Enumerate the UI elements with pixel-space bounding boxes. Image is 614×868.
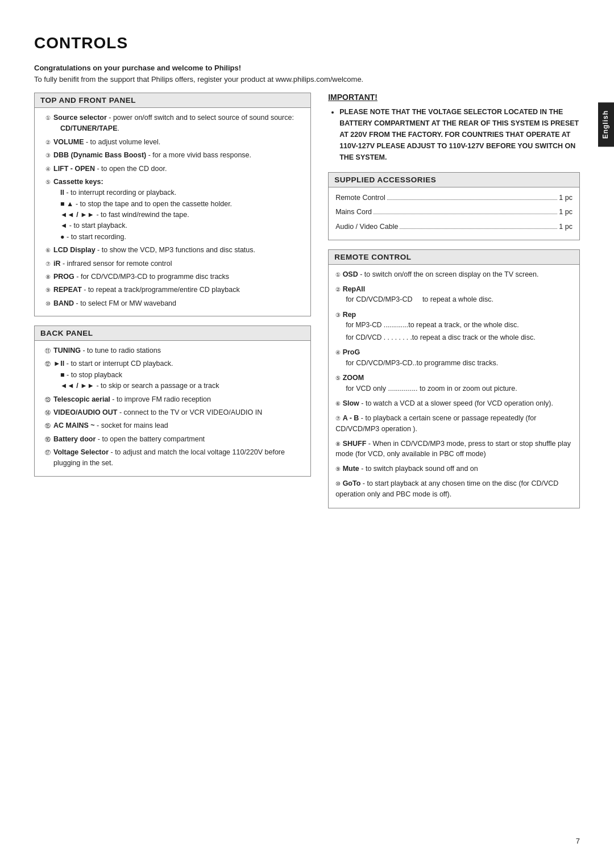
supplied-accessories-body: Remote Control 1 pc Mains Cord 1 pc Audi… [329, 187, 579, 240]
list-item: ⑯ Battery door - to open the battery com… [42, 434, 304, 445]
list-item: Remote Control 1 pc [335, 192, 572, 204]
list-item: Mains Cord 1 pc [335, 206, 572, 218]
list-item: ③ Rep for MP3-CD ............. to repeat… [335, 310, 572, 344]
accessories-list: Remote Control 1 pc Mains Cord 1 pc Audi… [335, 192, 572, 233]
list-item: ⑧ PROG - for CD/VCD/MP3-CD to programme … [42, 272, 304, 282]
list-item: Audio / Video Cable 1 pc [335, 221, 572, 233]
remote-control-body: ① OSD - to switch on/off the on screen d… [329, 265, 579, 508]
remote-control-header: REMOTE CONTROL [329, 250, 579, 265]
language-label: English [601, 110, 609, 139]
list-item: ⑦ iR - infrared sensor for remote contro… [42, 258, 304, 269]
list-item: ⑤ Cassette keys: II - to interrupt recor… [42, 177, 304, 243]
list-item: ⑰ Voltage Selector - to adjust and match… [42, 447, 304, 469]
list-item: ⑪ TUNING - to tune to radio stations [42, 345, 304, 356]
list-item: ⑩ BAND - to select FM or MW waveband [42, 298, 304, 309]
list-item: ① Source selector - power on/off switch … [42, 112, 304, 135]
back-panel-body: ⑪ TUNING - to tune to radio stations ⑫ ►… [35, 341, 310, 476]
important-bullet: PLEASE NOTE THAT THE VOLTAGE SELECTOR LO… [339, 106, 580, 163]
page: English CONTROLS Congratulations on your… [0, 0, 614, 868]
list-item: ⑮ AC MAINS ~ - socket for mains lead [42, 420, 304, 431]
important-title: IMPORTANT! [328, 93, 580, 102]
important-body: PLEASE NOTE THAT THE VOLTAGE SELECTOR LO… [328, 106, 580, 163]
remote-list: ① OSD - to switch on/off the on screen d… [335, 269, 572, 500]
list-item: ⑨ REPEAT - to repeat a track/programme/e… [42, 285, 304, 295]
intro-line2: To fully benifit from the support that P… [34, 74, 580, 85]
list-item: ② VOLUME - to adjust volume level. [42, 137, 304, 148]
list-item: ⑧ SHUFF - When in CD/VCD/MP3 mode, press… [335, 439, 572, 460]
right-column: IMPORTANT! PLEASE NOTE THAT THE VOLTAGE … [328, 93, 580, 518]
list-item: ④ LIFT - OPEN - to open the CD door. [42, 164, 304, 174]
intro-line1: Congratulations on your purchase and wel… [34, 62, 580, 74]
supplied-accessories-header: SUPPLIED ACCESSORIES [329, 173, 579, 187]
remote-control-section: REMOTE CONTROL ① OSD - to switch on/off … [328, 249, 580, 509]
list-item: ⑫ ►II - to start or interrupt CD playbac… [42, 358, 304, 391]
list-item: ⑦ A - B - to playback a certain scene or… [335, 413, 572, 435]
list-item: ⑥ LCD Display - to show the VCD, MP3 fun… [42, 245, 304, 256]
back-panel-header: BACK PANEL [35, 326, 310, 341]
list-item: ① OSD - to switch on/off the on screen d… [335, 269, 572, 280]
list-item: ⑤ ZOOM for VCD only ............... to z… [335, 373, 572, 394]
intro-block: Congratulations on your purchase and wel… [34, 62, 580, 85]
important-section: IMPORTANT! PLEASE NOTE THAT THE VOLTAGE … [328, 93, 580, 163]
top-front-panel-body: ① Source selector - power on/off switch … [35, 108, 310, 316]
list-item: ④ ProG for CD/VCD/MP3-CD..to programme d… [335, 347, 572, 369]
list-item: ③ DBB (Dynamic Bass Boost) - for a more … [42, 150, 304, 161]
list-item: ⑬ Telescopic aerial - to improve FM radi… [42, 394, 304, 405]
page-number: 7 [576, 837, 580, 845]
list-item: ⑥ Slow - to watch a VCD at a slower spee… [335, 398, 572, 409]
language-tab: English [598, 102, 614, 147]
supplied-accessories-section: SUPPLIED ACCESSORIES Remote Control 1 pc… [328, 172, 580, 240]
back-panel-section: BACK PANEL ⑪ TUNING - to tune to radio s… [34, 326, 311, 477]
top-front-panel-section: TOP AND FRONT PANEL ① Source selector - … [34, 93, 311, 316]
list-item: ⑨ Mute - to switch playback sound off an… [335, 464, 572, 474]
top-front-panel-header: TOP AND FRONT PANEL [35, 93, 310, 108]
main-columns: TOP AND FRONT PANEL ① Source selector - … [34, 93, 580, 518]
list-item: ⑩ GoTo - to start playback at any chosen… [335, 478, 572, 500]
page-title: CONTROLS [34, 34, 580, 52]
left-column: TOP AND FRONT PANEL ① Source selector - … [34, 93, 311, 486]
list-item: ② RepAll for CD/VCD/MP3-CD to repeat a w… [335, 284, 572, 306]
list-item: ⑭ VIDEO/AUDIO OUT - connect to the TV or… [42, 407, 304, 418]
